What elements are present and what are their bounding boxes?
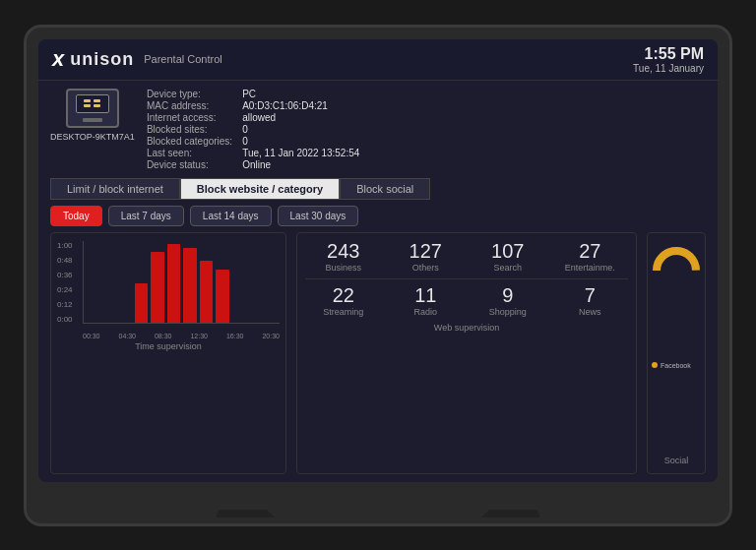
chart-area: 1:000:480:360:240:120:00 00:3004:3008:30…	[50, 232, 286, 474]
chart-bar	[135, 283, 149, 323]
stat-label: Radio	[413, 307, 437, 317]
device-icon-area: DESKTOP-9KTM7A1	[50, 89, 135, 142]
filter-last14[interactable]: Last 14 days	[190, 206, 272, 226]
social-legend: Facebook	[652, 362, 701, 369]
stat-label: Business	[325, 263, 361, 273]
logo-area: x unison Parental Control	[52, 46, 222, 72]
chart-inner: 1:000:480:360:240:120:00 00:3004:3008:30…	[57, 241, 280, 339]
tab-block-social[interactable]: Block social	[340, 178, 430, 200]
logo-subtitle: Parental Control	[144, 53, 222, 65]
last-seen-value: Tue, 11 Jan 2022 13:52:54	[242, 148, 359, 158]
stat-number: 27	[579, 241, 600, 261]
logo-name: unison	[70, 49, 134, 70]
stat-item: 107Search	[470, 241, 546, 273]
donut-chart	[652, 241, 701, 275]
stats-divider	[305, 278, 628, 279]
last-seen-label: Last seen:	[147, 148, 232, 158]
status-value: Online	[242, 159, 359, 170]
stats-area: 243Business127Others107Search27Entertain…	[296, 232, 637, 474]
tab-block-website[interactable]: Block website / category	[180, 178, 340, 200]
y-axis-label: 0:00	[57, 315, 73, 324]
main-stats-row: 1:000:480:360:240:120:00 00:3004:3008:30…	[50, 232, 706, 474]
chart-bar	[183, 248, 197, 323]
stand-leg-right	[481, 488, 551, 518]
y-axis-label: 0:36	[57, 271, 73, 279]
monitor-dot	[84, 99, 91, 102]
x-axis-label: 12:30	[190, 333, 208, 339]
device-icon	[66, 89, 119, 128]
stat-number: 127	[410, 241, 442, 261]
chart-bars	[83, 241, 280, 324]
stat-item: 9Shopping	[470, 285, 546, 317]
stand-leg-left	[206, 488, 276, 518]
x-axis-label: 04:30	[118, 333, 136, 339]
header-bar: x unison Parental Control 1:55 PM Tue, 1…	[38, 39, 718, 81]
stat-number: 243	[327, 241, 359, 261]
y-axis-label: 0:12	[57, 300, 73, 309]
chart-bar	[167, 244, 181, 323]
stat-item: 27Entertainme.	[552, 241, 629, 273]
logo-x-icon: x	[52, 46, 64, 72]
monitor-screen	[76, 94, 109, 114]
y-axis-label: 1:00	[57, 241, 73, 250]
chart-bar	[216, 270, 229, 322]
stat-label: Streaming	[323, 307, 363, 317]
device-type-label: Device type:	[147, 89, 232, 99]
stats-grid-row2: 22Streaming11Radio9Shopping7News	[305, 285, 628, 317]
status-label: Device status:	[147, 159, 232, 170]
y-axis-label: 0:48	[57, 256, 73, 265]
filter-last30[interactable]: Last 30 days	[278, 206, 359, 226]
mac-label: MAC address:	[147, 100, 232, 111]
stat-number: 107	[491, 241, 524, 261]
blocked-sites-label: Blocked sites:	[147, 124, 232, 135]
x-axis-label: 00:30	[83, 333, 100, 339]
stat-label: Others	[412, 263, 439, 273]
stat-item: 243Business	[305, 241, 382, 273]
tv-screen: x unison Parental Control 1:55 PM Tue, 1…	[38, 39, 718, 482]
monitor-dot	[84, 104, 91, 107]
internet-value: allowed	[242, 112, 359, 123]
tv-stand	[211, 488, 545, 518]
device-details: Device type: PC MAC address: A0:D3:C1:06…	[147, 89, 359, 170]
stat-number: 22	[333, 285, 354, 305]
chart-title: Time supervision	[57, 341, 280, 351]
stat-label: Shopping	[489, 307, 527, 317]
tv-frame: x unison Parental Control 1:55 PM Tue, 1…	[24, 25, 732, 526]
stat-item: 7News	[552, 285, 629, 317]
legend-label: Facebook	[661, 362, 691, 369]
tabs-row: Limit / block internet Block website / c…	[50, 178, 706, 200]
filter-last7[interactable]: Last 7 days	[108, 206, 184, 226]
legend-dot	[652, 362, 658, 368]
clock-area: 1:55 PM Tue, 11 January	[633, 45, 704, 74]
stats-grid-row1: 243Business127Others107Search27Entertain…	[305, 241, 628, 273]
blocked-cat-value: 0	[242, 136, 359, 147]
x-axis-label: 08:30	[155, 333, 172, 339]
monitor-dots	[84, 99, 100, 107]
stat-item: 11Radio	[388, 285, 465, 317]
stat-number: 7	[585, 285, 596, 305]
device-name-label: DESKTOP-9KTM7A1	[50, 132, 135, 142]
monitor-base	[83, 118, 102, 122]
clock-time: 1:55 PM	[633, 45, 704, 63]
web-supervision-title: Web supervision	[305, 323, 628, 333]
blocked-cat-label: Blocked categories:	[147, 136, 232, 147]
stat-item: 127Others	[388, 241, 465, 273]
stat-number: 11	[414, 285, 436, 305]
x-axis-label: 16:30	[226, 333, 244, 339]
legend-item: Facebook	[652, 362, 701, 369]
monitor-dot	[94, 104, 100, 107]
main-content: DESKTOP-9KTM7A1 Device type: PC MAC addr…	[38, 81, 718, 482]
chart-bar	[200, 261, 214, 322]
device-info-row: DESKTOP-9KTM7A1 Device type: PC MAC addr…	[50, 89, 706, 170]
social-title: Social	[664, 456, 689, 465]
filter-today[interactable]: Today	[50, 206, 102, 226]
stat-number: 9	[502, 285, 513, 305]
chart-bar	[151, 252, 164, 322]
filter-row: Today Last 7 days Last 14 days Last 30 d…	[50, 206, 706, 226]
stat-label: Search	[493, 263, 522, 273]
blocked-sites-value: 0	[242, 124, 359, 135]
clock-date: Tue, 11 January	[633, 63, 704, 74]
tab-limit-block[interactable]: Limit / block internet	[50, 178, 180, 200]
y-axis-label: 0:24	[57, 285, 73, 294]
stat-item: 22Streaming	[305, 285, 382, 317]
